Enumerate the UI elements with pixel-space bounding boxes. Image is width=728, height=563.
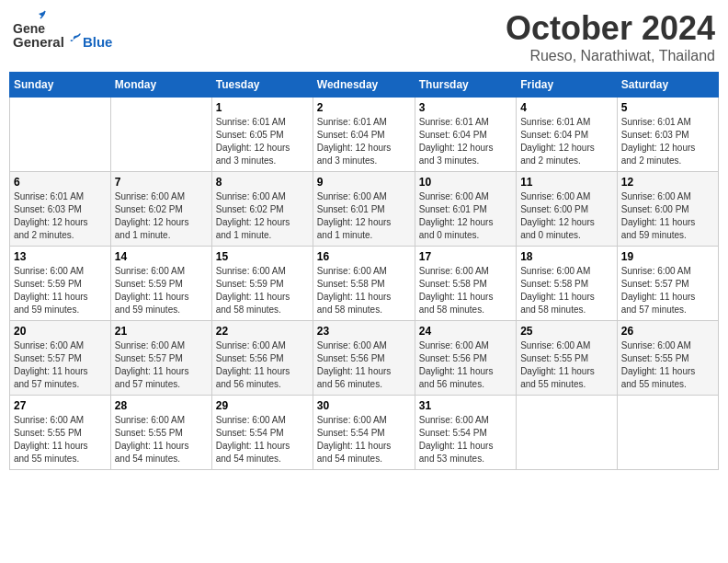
day-info: Sunrise: 6:00 AM Sunset: 6:02 PM Dayligh… [115, 190, 208, 242]
weekday-header-monday: Monday [110, 73, 211, 98]
calendar-cell: 9Sunrise: 6:00 AM Sunset: 6:01 PM Daylig… [313, 172, 415, 247]
day-number: 15 [216, 250, 309, 263]
weekday-header-tuesday: Tuesday [211, 73, 313, 98]
day-number: 18 [520, 250, 613, 263]
calendar-cell: 24Sunrise: 6:00 AM Sunset: 5:56 PM Dayli… [415, 321, 516, 396]
day-number: 22 [216, 325, 309, 338]
calendar-week-4: 20Sunrise: 6:00 AM Sunset: 5:57 PM Dayli… [10, 321, 719, 396]
day-number: 10 [419, 176, 512, 189]
day-number: 24 [419, 325, 512, 338]
day-info: Sunrise: 6:00 AM Sunset: 5:54 PM Dayligh… [317, 414, 411, 465]
calendar-cell: 10Sunrise: 6:00 AM Sunset: 6:01 PM Dayli… [415, 172, 516, 247]
day-number: 19 [621, 250, 714, 263]
calendar-cell [110, 98, 211, 172]
day-info: Sunrise: 6:01 AM Sunset: 6:04 PM Dayligh… [520, 116, 613, 167]
day-info: Sunrise: 6:01 AM Sunset: 6:04 PM Dayligh… [419, 116, 512, 167]
logo-bird-icon [65, 33, 82, 50]
day-info: Sunrise: 6:00 AM Sunset: 5:59 PM Dayligh… [115, 265, 208, 316]
calendar-week-5: 27Sunrise: 6:00 AM Sunset: 5:55 PM Dayli… [10, 396, 719, 470]
day-info: Sunrise: 6:00 AM Sunset: 6:00 PM Dayligh… [520, 190, 613, 242]
day-info: Sunrise: 6:00 AM Sunset: 5:55 PM Dayligh… [14, 414, 107, 465]
day-number: 29 [216, 399, 309, 412]
calendar-cell [10, 98, 111, 172]
day-number: 26 [621, 325, 714, 338]
calendar-cell: 20Sunrise: 6:00 AM Sunset: 5:57 PM Dayli… [10, 321, 111, 396]
day-number: 8 [216, 176, 309, 189]
day-number: 14 [115, 250, 208, 263]
calendar-cell [617, 396, 718, 470]
calendar-cell: 17Sunrise: 6:00 AM Sunset: 5:58 PM Dayli… [415, 247, 516, 321]
calendar-header: SundayMondayTuesdayWednesdayThursdayFrid… [10, 73, 719, 98]
calendar-cell: 28Sunrise: 6:00 AM Sunset: 5:55 PM Dayli… [110, 396, 211, 470]
day-number: 20 [14, 325, 107, 338]
day-info: Sunrise: 6:00 AM Sunset: 6:02 PM Dayligh… [216, 190, 309, 242]
day-info: Sunrise: 6:00 AM Sunset: 5:55 PM Dayligh… [115, 414, 208, 465]
calendar-cell: 19Sunrise: 6:00 AM Sunset: 5:57 PM Dayli… [617, 247, 718, 321]
day-info: Sunrise: 6:01 AM Sunset: 6:03 PM Dayligh… [621, 116, 714, 167]
day-info: Sunrise: 6:00 AM Sunset: 5:55 PM Dayligh… [520, 339, 613, 391]
day-info: Sunrise: 6:00 AM Sunset: 5:57 PM Dayligh… [115, 339, 208, 391]
calendar-week-2: 6Sunrise: 6:01 AM Sunset: 6:03 PM Daylig… [10, 172, 719, 247]
calendar-cell: 15Sunrise: 6:00 AM Sunset: 5:59 PM Dayli… [211, 247, 313, 321]
location-subtitle: Rueso, Narathiwat, Thailand [506, 48, 715, 64]
calendar-cell: 7Sunrise: 6:00 AM Sunset: 6:02 PM Daylig… [110, 172, 211, 247]
day-info: Sunrise: 6:00 AM Sunset: 5:56 PM Dayligh… [419, 339, 512, 391]
day-info: Sunrise: 6:01 AM Sunset: 6:04 PM Dayligh… [317, 116, 411, 167]
calendar-cell: 23Sunrise: 6:00 AM Sunset: 5:56 PM Dayli… [313, 321, 415, 396]
day-number: 25 [520, 325, 613, 338]
calendar-cell: 18Sunrise: 6:00 AM Sunset: 5:58 PM Dayli… [517, 247, 618, 321]
day-number: 1 [216, 101, 309, 114]
day-info: Sunrise: 6:01 AM Sunset: 6:05 PM Dayligh… [216, 116, 309, 167]
logo-general: General [13, 34, 64, 50]
calendar-cell: 29Sunrise: 6:00 AM Sunset: 5:54 PM Dayli… [211, 396, 313, 470]
day-info: Sunrise: 6:00 AM Sunset: 5:54 PM Dayligh… [419, 414, 512, 465]
day-number: 9 [317, 176, 411, 189]
weekday-header-thursday: Thursday [415, 73, 516, 98]
day-number: 28 [115, 399, 208, 412]
calendar-cell: 27Sunrise: 6:00 AM Sunset: 5:55 PM Dayli… [10, 396, 111, 470]
calendar-cell: 26Sunrise: 6:00 AM Sunset: 5:55 PM Dayli… [617, 321, 718, 396]
day-info: Sunrise: 6:00 AM Sunset: 6:00 PM Dayligh… [621, 190, 714, 242]
page-header: General General Blue October 2024 Rueso,… [9, 9, 719, 64]
calendar-cell: 22Sunrise: 6:00 AM Sunset: 5:56 PM Dayli… [211, 321, 313, 396]
day-info: Sunrise: 6:01 AM Sunset: 6:03 PM Dayligh… [14, 190, 107, 242]
day-info: Sunrise: 6:00 AM Sunset: 5:56 PM Dayligh… [216, 339, 309, 391]
calendar-cell: 13Sunrise: 6:00 AM Sunset: 5:59 PM Dayli… [10, 247, 111, 321]
day-number: 11 [520, 176, 613, 189]
day-number: 3 [419, 101, 512, 114]
title-area: October 2024 Rueso, Narathiwat, Thailand [506, 9, 715, 64]
calendar-cell: 12Sunrise: 6:00 AM Sunset: 6:00 PM Dayli… [617, 172, 718, 247]
calendar-cell: 21Sunrise: 6:00 AM Sunset: 5:57 PM Dayli… [110, 321, 211, 396]
day-number: 31 [419, 399, 512, 412]
day-number: 4 [520, 101, 613, 114]
day-info: Sunrise: 6:00 AM Sunset: 6:01 PM Dayligh… [419, 190, 512, 242]
day-info: Sunrise: 6:00 AM Sunset: 5:57 PM Dayligh… [14, 339, 107, 391]
calendar-cell: 25Sunrise: 6:00 AM Sunset: 5:55 PM Dayli… [517, 321, 618, 396]
day-info: Sunrise: 6:00 AM Sunset: 5:58 PM Dayligh… [419, 265, 512, 316]
day-number: 5 [621, 101, 714, 114]
calendar-table: SundayMondayTuesdayWednesdayThursdayFrid… [9, 72, 719, 470]
calendar-week-1: 1Sunrise: 6:01 AM Sunset: 6:05 PM Daylig… [10, 98, 719, 172]
calendar-cell: 1Sunrise: 6:01 AM Sunset: 6:05 PM Daylig… [211, 98, 313, 172]
calendar-week-3: 13Sunrise: 6:00 AM Sunset: 5:59 PM Dayli… [10, 247, 719, 321]
day-number: 30 [317, 399, 411, 412]
calendar-cell: 30Sunrise: 6:00 AM Sunset: 5:54 PM Dayli… [313, 396, 415, 470]
day-info: Sunrise: 6:00 AM Sunset: 5:59 PM Dayligh… [14, 265, 107, 316]
weekday-header-saturday: Saturday [617, 73, 718, 98]
calendar-cell: 8Sunrise: 6:00 AM Sunset: 6:02 PM Daylig… [211, 172, 313, 247]
day-number: 7 [115, 176, 208, 189]
calendar-cell: 4Sunrise: 6:01 AM Sunset: 6:04 PM Daylig… [517, 98, 618, 172]
day-number: 17 [419, 250, 512, 263]
calendar-cell: 16Sunrise: 6:00 AM Sunset: 5:58 PM Dayli… [313, 247, 415, 321]
month-title: October 2024 [506, 9, 715, 48]
weekday-header-wednesday: Wednesday [313, 73, 415, 98]
day-number: 6 [14, 176, 107, 189]
day-info: Sunrise: 6:00 AM Sunset: 5:58 PM Dayligh… [520, 265, 613, 316]
logo: General General Blue [13, 9, 112, 50]
calendar-cell: 6Sunrise: 6:01 AM Sunset: 6:03 PM Daylig… [10, 172, 111, 247]
day-number: 12 [621, 176, 714, 189]
calendar-cell: 14Sunrise: 6:00 AM Sunset: 5:59 PM Dayli… [110, 247, 211, 321]
day-number: 23 [317, 325, 411, 338]
day-number: 2 [317, 101, 411, 114]
calendar-cell: 5Sunrise: 6:01 AM Sunset: 6:03 PM Daylig… [617, 98, 718, 172]
